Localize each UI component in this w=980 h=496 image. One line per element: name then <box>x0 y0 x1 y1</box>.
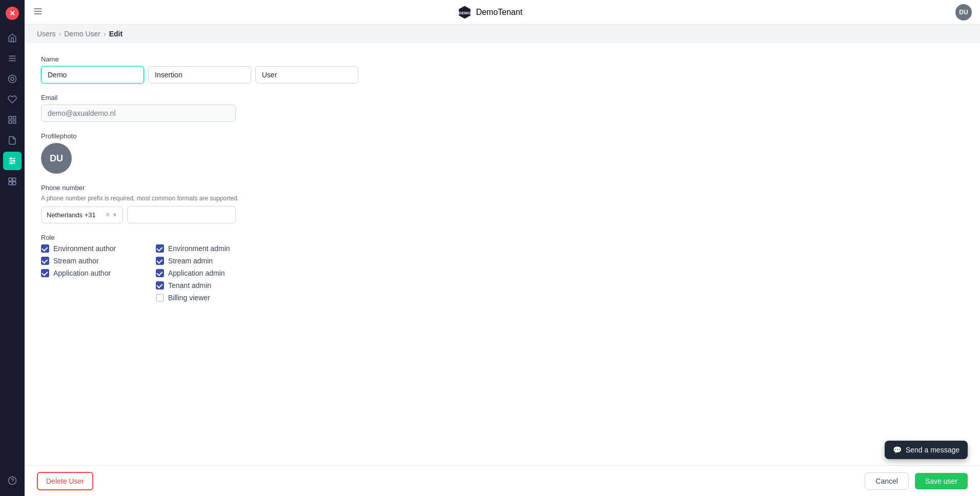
cancel-button[interactable]: Cancel <box>865 472 909 490</box>
app-author-checkbox[interactable] <box>41 269 49 277</box>
profile-avatar[interactable]: DU <box>41 143 72 174</box>
profilephoto-label: Profilephoto <box>41 132 297 140</box>
phone-number-input[interactable] <box>127 206 236 223</box>
tenant-admin-label: Tenant admin <box>168 281 211 290</box>
role-tenant-admin: Tenant admin <box>156 281 258 290</box>
footer-right: Cancel Save user <box>865 472 968 490</box>
app-admin-label: Application admin <box>168 269 225 277</box>
env-author-label: Environment author <box>53 244 116 253</box>
save-user-button[interactable]: Save user <box>915 473 968 489</box>
svg-point-16 <box>11 162 12 164</box>
svg-rect-9 <box>9 121 11 123</box>
stream-admin-checkbox[interactable] <box>156 257 164 265</box>
sidebar-logo[interactable]: ✕ <box>5 6 19 23</box>
email-input[interactable] <box>41 105 236 122</box>
svg-rect-19 <box>9 182 12 185</box>
role-stream-admin: Stream admin <box>156 257 258 265</box>
clear-icon[interactable]: ✕ <box>105 211 110 218</box>
sidebar-item-target[interactable] <box>3 70 22 88</box>
send-message-label: Send a message <box>906 446 959 454</box>
brand-logo: DEMO <box>458 5 472 19</box>
phone-hint: A phone number prefix is required, most … <box>41 195 297 202</box>
chevron-down-icon[interactable]: ▼ <box>112 212 117 218</box>
breadcrumb: Users › Demo User › Edit <box>25 25 980 43</box>
name-group: Name <box>41 55 297 84</box>
first-name-input[interactable] <box>41 66 144 84</box>
name-row <box>41 66 297 84</box>
phone-country-select[interactable]: Netherlands +31 ✕ ▼ <box>41 206 123 223</box>
sidebar-item-grid[interactable] <box>3 111 22 129</box>
svg-rect-8 <box>13 116 16 119</box>
profilephoto-group: Profilephoto DU <box>41 132 297 174</box>
breadcrumb-sep-2: › <box>104 30 106 38</box>
billing-viewer-label: Billing viewer <box>168 294 210 302</box>
breadcrumb-demo-user[interactable]: Demo User <box>64 30 100 38</box>
svg-rect-18 <box>13 178 16 181</box>
svg-text:DEMO: DEMO <box>459 11 471 15</box>
breadcrumb-current: Edit <box>109 30 122 38</box>
brand-name: DemoTenant <box>476 8 523 17</box>
env-admin-checkbox[interactable] <box>156 244 164 253</box>
send-message-button[interactable]: 💬 Send a message <box>885 441 968 459</box>
role-app-author: Application author <box>41 269 144 277</box>
phone-label: Phone number <box>41 184 297 192</box>
email-group: Email <box>41 94 297 122</box>
tenant-admin-checkbox[interactable] <box>156 281 164 290</box>
svg-point-5 <box>9 75 16 83</box>
svg-rect-20 <box>13 182 16 185</box>
svg-point-15 <box>13 160 15 162</box>
svg-rect-10 <box>13 121 16 123</box>
brand: DEMO DemoTenant <box>458 5 523 19</box>
sidebar: ✕ <box>0 0 25 496</box>
main-content: DEMO DemoTenant DU Users › Demo User › E… <box>25 0 980 496</box>
edit-form-content: Name Email Profilephoto DU <box>25 43 980 465</box>
phone-country-text: Netherlands +31 <box>47 211 96 219</box>
sidebar-item-doc[interactable] <box>3 131 22 150</box>
topbar: DEMO DemoTenant DU <box>25 0 980 25</box>
stream-admin-label: Stream admin <box>168 257 213 265</box>
sidebar-item-home[interactable] <box>3 29 22 47</box>
svg-text:✕: ✕ <box>9 9 15 17</box>
name-label: Name <box>41 55 297 63</box>
role-env-admin: Environment admin <box>156 244 258 253</box>
app-admin-checkbox[interactable] <box>156 269 164 277</box>
svg-point-6 <box>11 77 14 80</box>
phone-group: Phone number A phone number prefix is re… <box>41 184 297 223</box>
email-label: Email <box>41 94 297 101</box>
message-icon: 💬 <box>893 446 902 454</box>
role-env-author: Environment author <box>41 244 144 253</box>
sidebar-item-settings[interactable] <box>3 152 22 170</box>
role-app-admin: Application admin <box>156 269 258 277</box>
role-label: Role <box>41 234 297 241</box>
delete-user-button[interactable]: Delete User <box>37 472 93 490</box>
last-name-input[interactable] <box>255 66 358 84</box>
phone-country-controls: ✕ ▼ <box>105 211 117 218</box>
billing-viewer-checkbox[interactable] <box>156 294 164 302</box>
sidebar-item-app[interactable] <box>3 172 22 191</box>
svg-rect-7 <box>9 116 11 119</box>
phone-row: Netherlands +31 ✕ ▼ <box>41 206 236 223</box>
roles-grid: Environment author Environment admin Str… <box>41 244 297 302</box>
breadcrumb-users[interactable]: Users <box>37 30 56 38</box>
sidebar-item-heart[interactable] <box>3 90 22 109</box>
menu-button[interactable] <box>33 6 43 18</box>
env-author-checkbox[interactable] <box>41 244 49 253</box>
sidebar-item-menu[interactable] <box>3 49 22 68</box>
footer: Delete User Cancel Save user <box>25 465 980 496</box>
stream-author-checkbox[interactable] <box>41 257 49 265</box>
role-billing-viewer: Billing viewer <box>156 294 258 302</box>
middle-name-input[interactable] <box>148 66 251 84</box>
role-group: Role Environment author Environment admi… <box>41 234 297 302</box>
app-author-label: Application author <box>53 269 111 277</box>
sidebar-item-help[interactable] <box>3 471 22 490</box>
breadcrumb-sep-1: › <box>59 30 62 38</box>
user-avatar[interactable]: DU <box>955 4 972 20</box>
svg-rect-17 <box>9 178 12 181</box>
role-stream-author: Stream author <box>41 257 144 265</box>
svg-point-14 <box>10 158 12 159</box>
env-admin-label: Environment admin <box>168 244 230 253</box>
stream-author-label: Stream author <box>53 257 99 265</box>
